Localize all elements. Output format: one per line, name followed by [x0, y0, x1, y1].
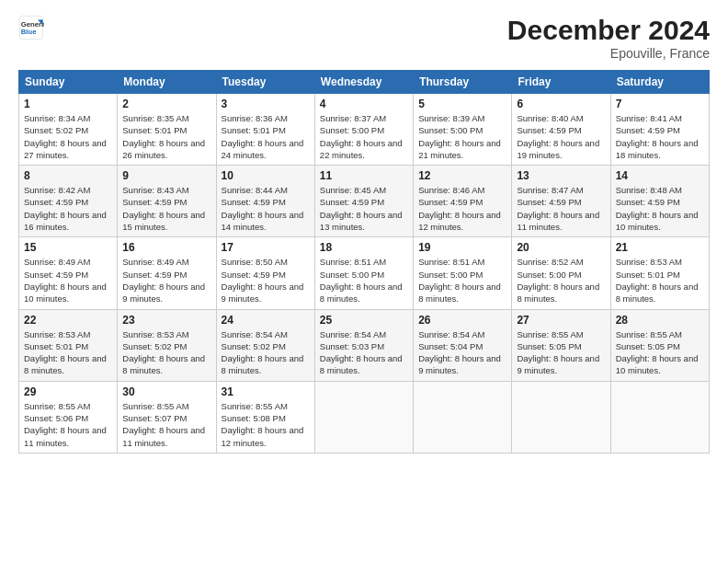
day-cell-2: 2Sunrise: 8:35 AMSunset: 5:01 PMDaylight… [118, 94, 216, 166]
day-number: 4 [320, 98, 408, 110]
day-cell-18: 18Sunrise: 8:51 AMSunset: 5:00 PMDayligh… [314, 237, 413, 309]
day-cell-21: 21Sunrise: 8:53 AMSunset: 5:01 PMDayligh… [610, 237, 709, 309]
day-info: Sunrise: 8:46 AMSunset: 4:59 PMDaylight:… [418, 184, 506, 233]
empty-cell [512, 381, 610, 453]
day-info: Sunrise: 8:54 AMSunset: 5:04 PMDaylight:… [418, 328, 506, 377]
day-info: Sunrise: 8:55 AMSunset: 5:05 PMDaylight:… [616, 328, 704, 377]
day-info: Sunrise: 8:40 AMSunset: 4:59 PMDaylight:… [517, 112, 605, 161]
day-cell-29: 29Sunrise: 8:55 AMSunset: 5:06 PMDayligh… [19, 381, 118, 453]
weekday-header-monday: Monday [118, 71, 216, 94]
logo-icon: General Blue [18, 15, 44, 40]
day-number: 22 [24, 314, 112, 327]
day-number: 12 [418, 169, 506, 182]
day-cell-12: 12Sunrise: 8:46 AMSunset: 4:59 PMDayligh… [414, 166, 512, 237]
day-cell-1: 1Sunrise: 8:34 AMSunset: 5:02 PMDaylight… [19, 94, 118, 166]
weekday-header-tuesday: Tuesday [216, 71, 314, 94]
day-info: Sunrise: 8:43 AMSunset: 4:59 PMDaylight:… [122, 184, 210, 233]
day-number: 26 [418, 314, 506, 327]
day-number: 1 [24, 98, 112, 110]
day-number: 15 [24, 241, 112, 254]
day-cell-7: 7Sunrise: 8:41 AMSunset: 4:59 PMDaylight… [610, 94, 709, 166]
day-info: Sunrise: 8:42 AMSunset: 4:59 PMDaylight:… [24, 184, 112, 233]
day-number: 30 [122, 385, 210, 398]
calendar-page: General Blue December 2024 Epouville, Fr… [0, 0, 728, 563]
day-info: Sunrise: 8:53 AMSunset: 5:01 PMDaylight:… [24, 328, 112, 377]
day-cell-4: 4Sunrise: 8:37 AMSunset: 5:00 PMDaylight… [314, 94, 413, 166]
day-number: 10 [222, 169, 310, 182]
day-cell-9: 9Sunrise: 8:43 AMSunset: 4:59 PMDaylight… [118, 166, 216, 237]
day-cell-30: 30Sunrise: 8:55 AMSunset: 5:07 PMDayligh… [118, 381, 216, 453]
day-number: 25 [320, 314, 408, 327]
day-cell-10: 10Sunrise: 8:44 AMSunset: 4:59 PMDayligh… [216, 166, 314, 237]
day-number: 27 [517, 314, 605, 327]
day-number: 11 [320, 169, 408, 182]
day-cell-24: 24Sunrise: 8:54 AMSunset: 5:02 PMDayligh… [216, 309, 314, 381]
day-cell-15: 15Sunrise: 8:49 AMSunset: 4:59 PMDayligh… [19, 237, 118, 309]
day-cell-13: 13Sunrise: 8:47 AMSunset: 4:59 PMDayligh… [512, 166, 610, 237]
day-info: Sunrise: 8:44 AMSunset: 4:59 PMDaylight:… [222, 184, 310, 233]
week-row-5: 29Sunrise: 8:55 AMSunset: 5:06 PMDayligh… [19, 381, 710, 453]
calendar-header: SundayMondayTuesdayWednesdayThursdayFrid… [19, 71, 710, 94]
day-number: 2 [122, 98, 210, 110]
day-info: Sunrise: 8:41 AMSunset: 4:59 PMDaylight:… [616, 112, 704, 161]
day-info: Sunrise: 8:53 AMSunset: 5:02 PMDaylight:… [122, 328, 210, 377]
day-number: 24 [222, 314, 310, 327]
day-info: Sunrise: 8:52 AMSunset: 5:00 PMDaylight:… [517, 256, 605, 304]
day-cell-19: 19Sunrise: 8:51 AMSunset: 5:00 PMDayligh… [414, 237, 512, 309]
empty-cell [314, 381, 413, 453]
day-info: Sunrise: 8:39 AMSunset: 5:00 PMDaylight:… [418, 112, 506, 161]
day-cell-26: 26Sunrise: 8:54 AMSunset: 5:04 PMDayligh… [414, 309, 512, 381]
location-subtitle: Epouville, France [507, 46, 710, 61]
day-info: Sunrise: 8:55 AMSunset: 5:05 PMDaylight:… [517, 328, 605, 377]
day-info: Sunrise: 8:51 AMSunset: 5:00 PMDaylight:… [320, 256, 408, 304]
month-title: December 2024 [507, 15, 710, 46]
day-number: 13 [517, 169, 605, 182]
week-row-2: 8Sunrise: 8:42 AMSunset: 4:59 PMDaylight… [19, 166, 710, 237]
day-info: Sunrise: 8:54 AMSunset: 5:02 PMDaylight:… [222, 328, 310, 377]
day-number: 17 [222, 241, 310, 254]
day-cell-11: 11Sunrise: 8:45 AMSunset: 4:59 PMDayligh… [314, 166, 413, 237]
calendar-table: SundayMondayTuesdayWednesdayThursdayFrid… [18, 70, 710, 454]
day-info: Sunrise: 8:34 AMSunset: 5:02 PMDaylight:… [24, 112, 112, 161]
day-number: 23 [122, 314, 210, 327]
day-number: 14 [616, 169, 704, 182]
day-number: 9 [122, 169, 210, 182]
day-cell-6: 6Sunrise: 8:40 AMSunset: 4:59 PMDaylight… [512, 94, 610, 166]
day-info: Sunrise: 8:35 AMSunset: 5:01 PMDaylight:… [122, 112, 210, 161]
day-number: 6 [517, 98, 605, 110]
day-info: Sunrise: 8:36 AMSunset: 5:01 PMDaylight:… [222, 112, 310, 161]
weekday-header-sunday: Sunday [19, 71, 118, 94]
day-number: 16 [122, 241, 210, 254]
day-number: 29 [24, 385, 112, 398]
day-number: 18 [320, 241, 408, 254]
day-info: Sunrise: 8:49 AMSunset: 4:59 PMDaylight:… [122, 256, 210, 304]
day-number: 8 [24, 169, 112, 182]
day-cell-14: 14Sunrise: 8:48 AMSunset: 4:59 PMDayligh… [610, 166, 709, 237]
day-info: Sunrise: 8:55 AMSunset: 5:07 PMDaylight:… [122, 400, 210, 449]
day-info: Sunrise: 8:51 AMSunset: 5:00 PMDaylight:… [418, 256, 506, 304]
svg-text:Blue: Blue [21, 28, 37, 36]
day-cell-20: 20Sunrise: 8:52 AMSunset: 5:00 PMDayligh… [512, 237, 610, 309]
day-cell-22: 22Sunrise: 8:53 AMSunset: 5:01 PMDayligh… [19, 309, 118, 381]
logo: General Blue [18, 15, 44, 40]
day-info: Sunrise: 8:55 AMSunset: 5:06 PMDaylight:… [24, 400, 112, 449]
day-info: Sunrise: 8:45 AMSunset: 4:59 PMDaylight:… [320, 184, 408, 233]
header: General Blue December 2024 Epouville, Fr… [18, 15, 710, 61]
day-number: 3 [222, 98, 310, 110]
day-cell-8: 8Sunrise: 8:42 AMSunset: 4:59 PMDaylight… [19, 166, 118, 237]
day-cell-31: 31Sunrise: 8:55 AMSunset: 5:08 PMDayligh… [216, 381, 314, 453]
day-number: 7 [616, 98, 704, 110]
day-number: 28 [616, 314, 704, 327]
empty-cell [414, 381, 512, 453]
weekday-header-row: SundayMondayTuesdayWednesdayThursdayFrid… [19, 71, 710, 94]
day-cell-16: 16Sunrise: 8:49 AMSunset: 4:59 PMDayligh… [118, 237, 216, 309]
day-number: 21 [616, 241, 704, 254]
day-info: Sunrise: 8:48 AMSunset: 4:59 PMDaylight:… [616, 184, 704, 233]
empty-cell [610, 381, 709, 453]
weekday-header-saturday: Saturday [610, 71, 709, 94]
title-block: December 2024 Epouville, France [507, 15, 710, 61]
day-cell-5: 5Sunrise: 8:39 AMSunset: 5:00 PMDaylight… [414, 94, 512, 166]
day-number: 20 [517, 241, 605, 254]
day-info: Sunrise: 8:37 AMSunset: 5:00 PMDaylight:… [320, 112, 408, 161]
week-row-3: 15Sunrise: 8:49 AMSunset: 4:59 PMDayligh… [19, 237, 710, 309]
